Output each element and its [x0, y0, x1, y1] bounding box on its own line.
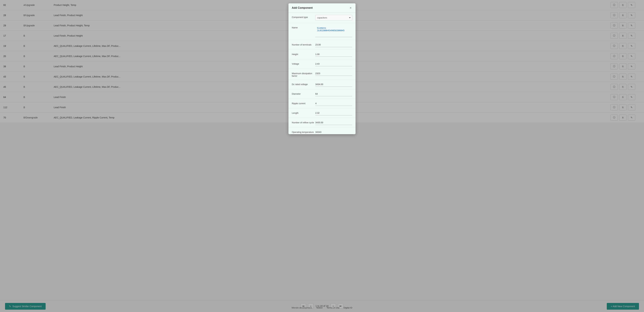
ripple-current-input-area: [315, 101, 352, 106]
modal-close-button[interactable]: ×: [349, 6, 352, 10]
operating-temperature-max-input-area: [315, 130, 352, 134]
diameter-input-area: [315, 92, 352, 96]
number-of-reflow-cycle-input[interactable]: [315, 120, 352, 125]
component-type-select[interactable]: capacitorsresistorsinductorsdiodestransi…: [315, 15, 352, 20]
component-type-input-area: capacitorsresistorsinductorsdiodestransi…: [315, 15, 352, 20]
maximum-dissipation-factor-input[interactable]: [315, 71, 352, 76]
name-textarea[interactable]: Siemens JL0328064549058300045: [315, 25, 352, 37]
voltage-input[interactable]: [315, 62, 352, 66]
dc-rated-voltage-input-area: [315, 82, 352, 87]
height-label: Height: [292, 52, 315, 56]
name-label: Name: [292, 25, 315, 29]
number-of-terminals-label: Number of terminals: [292, 42, 315, 46]
dc-rated-voltage-input[interactable]: [315, 82, 352, 87]
number-of-reflow-cycle-label: Number of reflow cycle: [292, 120, 315, 124]
length-label: Length: [292, 111, 315, 114]
number-of-terminals-input-area: [315, 42, 352, 47]
height-input[interactable]: [315, 52, 352, 57]
modal-title: Add Component: [292, 6, 312, 10]
modal-header: Add Component ×: [288, 3, 356, 12]
length-input-area: [315, 111, 352, 116]
dc-rated-voltage-label: Dc rated voltage: [292, 82, 315, 86]
ripple-current-input[interactable]: [315, 101, 352, 106]
modal-overlay: Add Component × Component type capacitor…: [0, 0, 644, 312]
voltage-label: Voltage: [292, 62, 315, 65]
name-input-area: Siemens JL0328064549058300045: [315, 25, 352, 38]
modal-body: Component type capacitorsresistorsinduct…: [288, 12, 356, 134]
form-group-length: Length: [288, 108, 356, 118]
length-input[interactable]: [315, 111, 352, 116]
form-group-diameter: Diameter: [288, 89, 356, 99]
form-group-number-of-reflow-cycle: Number of reflow cycle: [288, 118, 356, 128]
form-group-dc-rated-voltage: Dc rated voltage: [288, 80, 356, 89]
component-type-label: Component type: [292, 15, 315, 18]
maximum-dissipation-factor-input-area: [315, 71, 352, 76]
operating-temperature-max-label: Operating temperature max: [292, 130, 315, 134]
form-group-maximum-dissipation-factor: Maximum dissipation factor: [288, 69, 356, 80]
diameter-label: Diameter: [292, 92, 315, 95]
form-group-number-of-terminals: Number of terminals: [288, 40, 356, 50]
number-of-reflow-cycle-input-area: [315, 120, 352, 125]
diameter-input[interactable]: [315, 92, 352, 96]
ripple-current-label: Ripple current: [292, 101, 315, 105]
form-group-voltage: Voltage: [288, 59, 356, 69]
number-of-terminals-input[interactable]: [315, 42, 352, 47]
form-group-ripple-current: Ripple current: [288, 99, 356, 108]
form-group-height: Height: [288, 50, 356, 59]
form-group-name: Name Siemens JL0328064549058300045: [288, 23, 356, 40]
maximum-dissipation-factor-label: Maximum dissipation factor: [292, 71, 315, 77]
form-group-operating-temperature-max: Operating temperature max: [288, 128, 356, 134]
form-group-component-type: Component type capacitorsresistorsinduct…: [288, 12, 356, 23]
height-input-area: [315, 52, 352, 57]
add-component-modal: Add Component × Component type capacitor…: [288, 3, 356, 134]
operating-temperature-max-input[interactable]: [315, 130, 352, 134]
voltage-input-area: [315, 62, 352, 66]
